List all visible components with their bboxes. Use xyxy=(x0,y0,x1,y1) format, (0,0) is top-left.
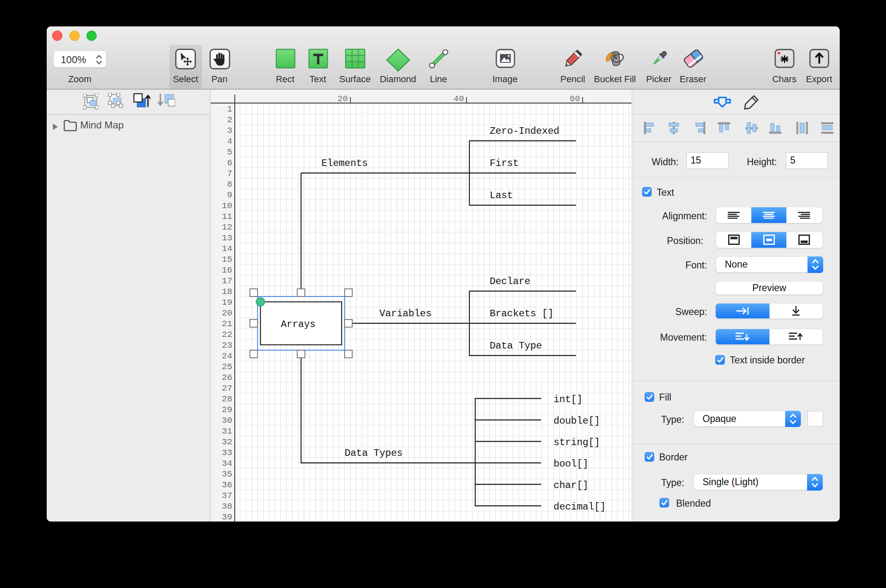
svg-text:10: 10 xyxy=(222,201,232,211)
svg-text:27: 27 xyxy=(222,384,232,393)
svg-text:double[]: double[] xyxy=(554,415,600,427)
svg-text:60: 60 xyxy=(570,94,580,104)
svg-text:13: 13 xyxy=(222,233,232,243)
svg-text:Declare: Declare xyxy=(490,276,530,287)
svg-text:12: 12 xyxy=(222,223,232,232)
svg-text:15: 15 xyxy=(222,255,232,264)
svg-text:11: 11 xyxy=(222,212,232,221)
svg-text:Zero-Indexed: Zero-Indexed xyxy=(490,126,560,137)
svg-text:Last: Last xyxy=(490,190,513,201)
svg-text:7: 7 xyxy=(227,169,232,178)
svg-text:17: 17 xyxy=(222,276,232,286)
svg-text:Data Types: Data Types xyxy=(345,448,403,459)
svg-text:8: 8 xyxy=(227,180,232,189)
svg-text:20: 20 xyxy=(222,308,232,318)
svg-text:18: 18 xyxy=(222,287,232,296)
svg-text:40: 40 xyxy=(454,94,464,104)
svg-text:30: 30 xyxy=(222,416,232,425)
svg-text:string[]: string[] xyxy=(554,437,600,448)
svg-text:Variables: Variables xyxy=(379,308,431,319)
svg-text:34: 34 xyxy=(222,459,232,468)
svg-text:31: 31 xyxy=(222,427,232,436)
svg-text:37: 37 xyxy=(222,491,232,500)
svg-text:int[]: int[] xyxy=(554,394,583,405)
svg-text:6: 6 xyxy=(227,158,232,168)
svg-text:32: 32 xyxy=(222,437,232,447)
svg-text:First: First xyxy=(490,158,519,169)
svg-text:25: 25 xyxy=(222,362,232,372)
svg-text:29: 29 xyxy=(222,405,232,415)
svg-text:24: 24 xyxy=(222,351,232,361)
svg-text:Brackets []: Brackets [] xyxy=(490,308,554,319)
svg-text:5: 5 xyxy=(227,147,232,157)
svg-text:16: 16 xyxy=(222,266,232,275)
svg-text:39: 39 xyxy=(222,512,232,522)
svg-text:19: 19 xyxy=(222,298,232,307)
svg-text:char[]: char[] xyxy=(554,480,588,491)
svg-text:36: 36 xyxy=(222,480,232,490)
svg-text:20: 20 xyxy=(338,94,348,104)
svg-text:23: 23 xyxy=(222,341,232,350)
svg-text:28: 28 xyxy=(222,394,232,404)
svg-text:38: 38 xyxy=(222,502,232,511)
svg-text:26: 26 xyxy=(222,373,232,382)
svg-text:21: 21 xyxy=(222,319,232,329)
svg-text:1: 1 xyxy=(227,104,232,114)
svg-text:4: 4 xyxy=(227,137,232,146)
svg-text:Elements: Elements xyxy=(322,158,368,169)
svg-text:2: 2 xyxy=(227,115,232,125)
svg-text:3: 3 xyxy=(227,126,232,135)
svg-text:bool[]: bool[] xyxy=(554,458,588,469)
svg-text:9: 9 xyxy=(227,190,232,200)
svg-text:14: 14 xyxy=(222,244,232,254)
svg-text:22: 22 xyxy=(222,330,232,339)
svg-text:33: 33 xyxy=(222,448,232,458)
svg-text:Data Type: Data Type xyxy=(490,340,542,351)
svg-text:35: 35 xyxy=(222,469,232,479)
svg-text:decimal[]: decimal[] xyxy=(554,501,606,512)
svg-text:Arrays: Arrays xyxy=(281,319,315,330)
